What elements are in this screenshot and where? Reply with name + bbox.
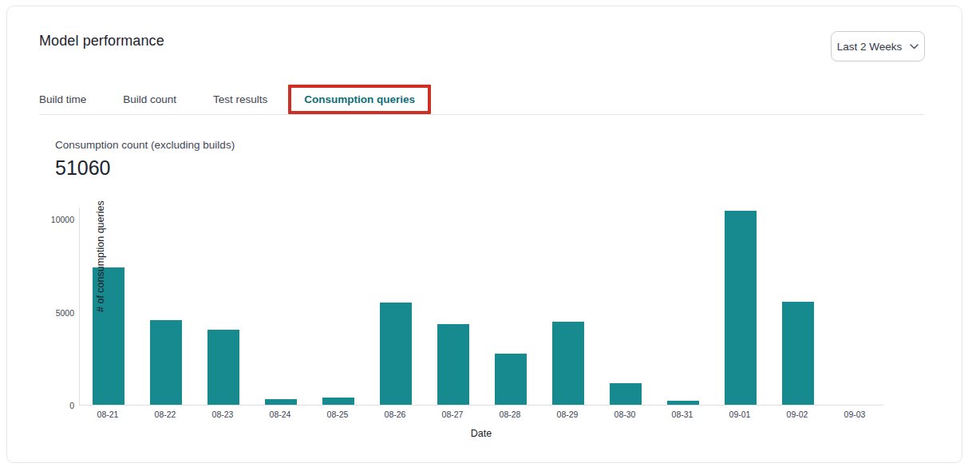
x-tick-08-30: 08-30 [596, 410, 654, 419]
tab-test-results[interactable]: Test results [213, 93, 267, 106]
x-tick-08-31: 08-31 [654, 410, 711, 419]
x-tick-08-28: 08-28 [481, 410, 539, 419]
x-tick-08-21: 08-21 [79, 410, 136, 419]
x-tick-09-02: 09-02 [769, 410, 826, 419]
tab-build-time[interactable]: Build time [39, 93, 86, 106]
bar-08-24[interactable] [265, 399, 297, 405]
x-tick-08-25: 08-25 [309, 410, 366, 419]
bar-08-25[interactable] [322, 398, 354, 405]
y-tick-0: 0 [39, 401, 74, 410]
x-tick-09-03: 09-03 [826, 410, 883, 419]
bar-09-02[interactable] [782, 302, 814, 405]
bar-08-30[interactable] [610, 383, 642, 405]
x-tick-08-23: 08-23 [194, 410, 251, 419]
y-tick-10000: 10000 [39, 215, 74, 224]
metric-value: 51060 [55, 156, 111, 180]
bar-08-27[interactable] [437, 324, 469, 405]
bar-08-29[interactable] [552, 322, 584, 405]
bar-08-31[interactable] [667, 401, 699, 405]
metric-label: Consumption count (excluding builds) [55, 139, 235, 151]
tab-build-count[interactable]: Build count [123, 93, 176, 106]
x-tick-09-01: 09-01 [711, 410, 769, 419]
x-tick-08-27: 08-27 [424, 410, 481, 419]
tab-consumption-queries[interactable]: Consumption queries [288, 85, 431, 114]
x-tick-08-24: 08-24 [251, 410, 309, 419]
x-tick-08-29: 08-29 [539, 410, 596, 419]
y-tick-5000: 5000 [39, 308, 74, 318]
chevron-down-icon [910, 44, 919, 49]
bar-08-22[interactable] [150, 320, 182, 405]
x-axis-label: Date [79, 428, 883, 439]
bar-08-28[interactable] [495, 354, 527, 405]
bar-09-01[interactable] [725, 211, 757, 405]
time-range-dropdown[interactable]: Last 2 Weeks [831, 31, 925, 61]
time-range-value: Last 2 Weeks [837, 41, 903, 53]
tab-bar: Build timeBuild countTest resultsConsump… [39, 84, 924, 115]
x-tick-08-22: 08-22 [136, 410, 194, 419]
model-performance-card: Model performance Last 2 Weeks Build tim… [6, 6, 962, 463]
bar-08-26[interactable] [380, 303, 412, 405]
bar-chart-plot-area [79, 208, 883, 406]
bar-08-23[interactable] [207, 330, 239, 405]
y-axis-label: # of consumption queries [95, 200, 106, 312]
x-tick-08-26: 08-26 [366, 410, 424, 419]
page-title: Model performance [39, 33, 164, 49]
